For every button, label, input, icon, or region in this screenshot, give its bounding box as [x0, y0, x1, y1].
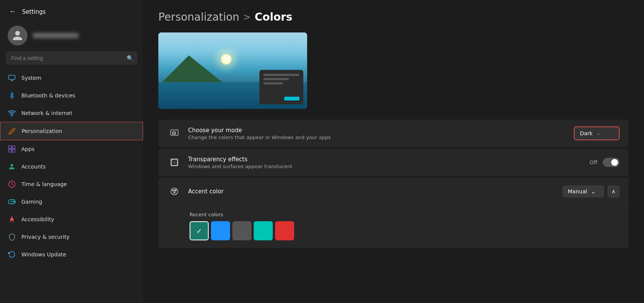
color-swatch-0[interactable]: [190, 221, 209, 240]
preview-landscape: [158, 32, 307, 109]
breadcrumb: Personalization > Colors: [158, 11, 629, 23]
svg-rect-6: [12, 146, 15, 149]
choose-mode-section: Choose your mode Change the colors that …: [158, 120, 629, 147]
sidebar-item-label-system: System: [21, 75, 41, 81]
search-icon: 🔍: [127, 55, 133, 61]
choose-mode-dropdown[interactable]: Dark ⌄: [574, 126, 620, 140]
accent-value: Manual: [568, 188, 587, 194]
sidebar-item-label-privacy: Privacy & security: [21, 234, 69, 240]
breadcrumb-separator: >: [243, 12, 251, 23]
breadcrumb-parent: Personalization: [158, 11, 239, 23]
choose-mode-title: Choose your mode: [188, 127, 567, 134]
transparency-row: Transparency effects Windows and surface…: [158, 149, 629, 176]
network-icon: [8, 109, 16, 117]
transparency-icon: [167, 156, 181, 169]
user-section: [0, 22, 143, 52]
transparency-section: Transparency effects Windows and surface…: [158, 149, 629, 176]
dialog-line-2: [263, 78, 289, 80]
choose-mode-text: Choose your mode Change the colors that …: [188, 127, 567, 140]
system-icon: [8, 74, 16, 82]
theme-preview: [158, 32, 307, 109]
search-input[interactable]: [6, 52, 137, 65]
svg-point-14: [14, 202, 14, 203]
color-swatch-4[interactable]: [275, 221, 294, 240]
dialog-button-preview: [284, 97, 299, 100]
sidebar-item-system[interactable]: System: [0, 69, 143, 87]
accent-color-icon: [167, 185, 181, 198]
main-content: Personalization > Colors: [143, 0, 644, 303]
choose-mode-subtitle: Change the colors that appear in Windows…: [188, 134, 567, 140]
svg-point-21: [175, 190, 176, 191]
sidebar-item-update[interactable]: Windows Update: [0, 246, 143, 263]
sidebar-item-label-time: Time & language: [21, 181, 67, 187]
sidebar-item-label-apps: Apps: [21, 146, 35, 152]
transparency-subtitle: Windows and surfaces appear translucent: [188, 164, 583, 169]
accessibility-icon: [8, 215, 16, 224]
search-box: 🔍: [6, 52, 137, 65]
svg-point-19: [171, 188, 178, 195]
sidebar-item-apps[interactable]: Apps: [0, 140, 143, 158]
sidebar: ← Settings 🔍 System Bluetooth & devices: [0, 0, 143, 303]
bluetooth-icon: [8, 91, 16, 100]
accent-dropdown[interactable]: Manual ⌄: [562, 185, 604, 198]
color-swatch-3[interactable]: [254, 221, 273, 240]
sidebar-item-label-network: Network & internet: [21, 110, 72, 116]
gaming-icon: [8, 198, 16, 206]
svg-rect-0: [9, 75, 15, 80]
time-icon: [8, 180, 16, 188]
accent-title: Accent color: [188, 188, 555, 195]
svg-rect-8: [12, 149, 15, 152]
accent-control: Manual ⌄ ∧: [562, 185, 620, 198]
svg-point-20: [172, 190, 174, 191]
sidebar-item-label-gaming: Gaming: [21, 199, 42, 205]
transparency-state-label: Off: [589, 159, 597, 165]
svg-line-4: [14, 128, 15, 129]
accent-expand-button[interactable]: ∧: [607, 185, 620, 198]
transparency-title: Transparency effects: [188, 156, 583, 163]
app-title: Settings: [22, 8, 46, 15]
choose-mode-control: Dark ⌄: [574, 126, 620, 140]
choose-mode-row: Choose your mode Change the colors that …: [158, 120, 629, 147]
svg-point-22: [174, 192, 175, 193]
sidebar-item-time[interactable]: Time & language: [0, 175, 143, 193]
transparency-control: Off: [589, 158, 620, 167]
choose-mode-icon: [167, 126, 181, 140]
sidebar-item-label-update: Windows Update: [21, 251, 66, 258]
sidebar-item-label-personalization: Personalization: [22, 128, 62, 134]
accounts-icon: [8, 162, 16, 171]
color-swatch-2[interactable]: [232, 221, 251, 240]
svg-rect-5: [9, 146, 12, 149]
sidebar-item-personalization[interactable]: Personalization: [0, 122, 143, 140]
sidebar-item-label-accounts: Accounts: [21, 164, 46, 170]
update-icon: [8, 250, 16, 259]
svg-rect-17: [172, 132, 175, 134]
personalization-icon: [8, 127, 16, 135]
sidebar-item-bluetooth[interactable]: Bluetooth & devices: [0, 87, 143, 104]
sidebar-item-label-accessibility: Accessibility: [21, 216, 54, 222]
color-swatches: [190, 221, 620, 240]
sidebar-item-accounts[interactable]: Accounts: [0, 158, 143, 175]
apps-icon: [8, 145, 16, 153]
svg-rect-7: [9, 149, 12, 152]
avatar: [8, 26, 27, 45]
sidebar-header: ← Settings: [0, 0, 143, 22]
toggle-knob: [611, 159, 618, 166]
svg-point-15: [11, 216, 12, 217]
choose-mode-dropdown-arrow: ⌄: [596, 131, 600, 136]
sidebar-item-privacy[interactable]: Privacy & security: [0, 228, 143, 246]
sidebar-item-gaming[interactable]: Gaming: [0, 193, 143, 211]
accent-section: Accent color Manual ⌄ ∧ Recent colors: [158, 178, 629, 248]
color-swatch-1[interactable]: [211, 221, 230, 240]
username-display: [33, 33, 79, 38]
back-button[interactable]: ←: [8, 6, 18, 17]
transparency-toggle[interactable]: [603, 158, 620, 167]
privacy-icon: [8, 233, 16, 241]
preview-mountain: [158, 55, 227, 86]
sidebar-item-network[interactable]: Network & internet: [0, 104, 143, 122]
recent-colors-label: Recent colors: [190, 212, 620, 217]
transparency-text: Transparency effects Windows and surface…: [188, 156, 583, 169]
choose-mode-value: Dark: [580, 130, 592, 136]
svg-point-3: [11, 115, 13, 116]
sidebar-nav: System Bluetooth & devices Network & int…: [0, 69, 143, 263]
sidebar-item-accessibility[interactable]: Accessibility: [0, 211, 143, 228]
